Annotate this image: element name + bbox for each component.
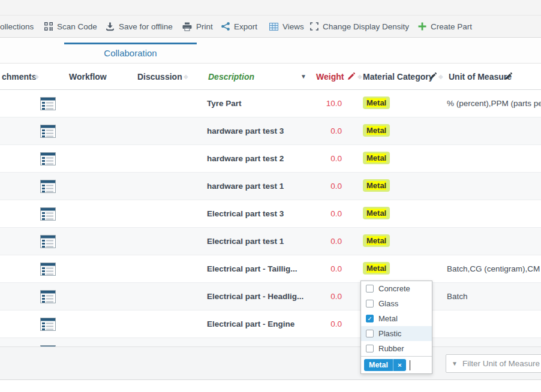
sort-icon[interactable]: ◆ [34, 64, 39, 90]
edit-pencil-icon[interactable] [347, 73, 355, 82]
dropdown-option-glass[interactable]: Glass [361, 296, 432, 311]
table-row[interactable]: Electrical part test 3 0.0 Metal [0, 200, 541, 228]
header-discussion[interactable]: Discussion [137, 64, 182, 90]
edit-pencil-icon[interactable] [504, 73, 512, 82]
workflow-form-icon[interactable] [40, 318, 56, 331]
toolbar-label: Print [196, 22, 213, 31]
uom-cell[interactable]: % (percent),PPM (parts per m [447, 90, 541, 117]
table-row[interactable]: Electrical part - Engine 0.0 [0, 310, 541, 338]
app-window: ollections Scan Code Save for offline Pr… [0, 0, 541, 392]
weight-cell[interactable]: 0.0 [288, 255, 342, 283]
qr-code-icon [44, 22, 53, 31]
toolbar-views-button[interactable]: Views [269, 16, 304, 37]
uom-cell[interactable]: Batch,CG (centigram),CM (ce [447, 255, 541, 283]
checkbox-checked-icon[interactable] [366, 315, 374, 322]
header-attachments[interactable]: chments [2, 64, 37, 90]
material-badge[interactable]: Metal [363, 207, 390, 219]
workflow-form-icon[interactable] [40, 207, 56, 221]
material-badge[interactable]: Metal [363, 152, 390, 164]
table-grid-icon [269, 23, 278, 31]
material-badge[interactable]: Metal [363, 97, 390, 109]
description-cell[interactable]: hardware part test 2 [207, 145, 284, 173]
description-cell[interactable]: hardware part test 3 [207, 117, 284, 145]
uom-filter-input[interactable]: ▼ Filter Unit of Measure [446, 354, 541, 373]
table-row[interactable]: Tyre Part 10.0 Metal % (percent),PPM (pa… [0, 90, 541, 117]
checkbox-unchecked-icon[interactable] [366, 300, 374, 307]
workflow-form-icon[interactable] [40, 263, 56, 276]
table-body: Tyre Part 10.0 Metal % (percent),PPM (pa… [0, 90, 541, 346]
toolbar-label: Export [234, 22, 257, 31]
description-cell[interactable]: hardware part test 1 [207, 173, 284, 200]
top-strip [0, 0, 541, 16]
material-badge[interactable]: Metal [363, 124, 390, 137]
toolbar-export-button[interactable]: Export [221, 16, 257, 37]
sort-icon[interactable]: ◆ [184, 64, 188, 90]
toolbar-label: ollections [0, 22, 34, 31]
toolbar-label: Change Display Density [323, 22, 409, 31]
material-badge[interactable]: Metal [363, 262, 390, 275]
dropdown-option-concrete[interactable]: Concrete [361, 281, 432, 296]
toolbar-label: Scan Code [57, 22, 97, 31]
material-badge[interactable]: Metal [363, 234, 390, 247]
workflow-form-icon[interactable] [40, 152, 56, 165]
weight-cell[interactable]: 0.0 [288, 283, 342, 310]
toolbar-change-density-button[interactable]: Change Display Density [310, 16, 409, 37]
table-row[interactable]: Electrical part - Headlig... 0.0 Batch [0, 283, 541, 310]
table-row[interactable]: Electrical part test 1 0.0 Metal [0, 228, 541, 255]
workflow-form-icon[interactable] [40, 290, 56, 303]
toolbar-create-part-button[interactable]: Create Part [418, 16, 472, 37]
material-badge[interactable]: Metal [363, 179, 390, 192]
description-cell[interactable]: Electrical part test 3 [207, 200, 284, 228]
printer-icon [182, 22, 192, 31]
table-row[interactable]: hardware part test 1 0.0 Metal [0, 173, 541, 200]
header-unit-of-measure[interactable]: Unit of Measure [449, 64, 512, 90]
download-icon [106, 22, 115, 31]
checkbox-unchecked-icon[interactable] [366, 285, 374, 293]
weight-cell[interactable]: 0.0 [288, 145, 342, 173]
dropdown-option-rubber[interactable]: Rubber [361, 341, 432, 356]
header-material-category[interactable]: Material Category [363, 64, 433, 90]
checkbox-unchecked-icon[interactable] [366, 330, 374, 337]
edit-pencil-icon[interactable] [429, 73, 437, 82]
table-row[interactable]: Electrical part - Taillig... 0.0 Metal B… [0, 255, 541, 283]
header-workflow[interactable]: Workflow [69, 64, 107, 90]
toolbar-collections-button[interactable]: ollections [0, 16, 34, 37]
workflow-form-icon[interactable] [40, 235, 56, 248]
dropdown-option-plastic[interactable]: Plastic [361, 326, 432, 341]
toolbar-label: Views [282, 22, 304, 31]
toolbar-scan-code-button[interactable]: Scan Code [44, 16, 97, 37]
material-tag-input[interactable]: Metal × [361, 356, 432, 373]
toolbar-print-button[interactable]: Print [182, 16, 213, 37]
weight-cell[interactable]: 0.0 [288, 310, 342, 338]
sort-icon[interactable]: ◆ [357, 64, 362, 90]
weight-cell[interactable]: 0.0 [288, 228, 342, 255]
workflow-form-icon[interactable] [40, 97, 56, 110]
remove-tag-button[interactable]: × [393, 359, 406, 371]
text-cursor [410, 360, 411, 370]
description-cell[interactable]: Electrical part test 1 [207, 228, 284, 255]
weight-cell[interactable]: 10.0 [288, 90, 342, 117]
workflow-form-icon[interactable] [40, 125, 56, 138]
description-cell[interactable]: Tyre Part [207, 90, 242, 117]
tab-collaboration[interactable]: Collaboration [64, 43, 197, 58]
chevron-down-icon[interactable]: ▼ [300, 64, 306, 90]
table-row[interactable]: hardware part test 3 0.0 Metal [0, 117, 541, 145]
header-weight[interactable]: Weight [316, 64, 344, 90]
description-cell[interactable]: Electrical part - Taillig... [207, 255, 297, 283]
selected-material-tag: Metal × [364, 359, 406, 371]
toolbar-save-offline-button[interactable]: Save for offline [106, 16, 173, 37]
table-header: chments ◆ Workflow Discussion ◆ Descript… [0, 64, 541, 90]
weight-cell[interactable]: 0.0 [288, 173, 342, 200]
table-row[interactable]: hardware part test 2 0.0 Metal [0, 145, 541, 173]
table-row-partial[interactable] [0, 338, 541, 346]
sort-icon[interactable]: ◆ [438, 64, 443, 90]
toolbar-label: Save for offline [119, 22, 173, 31]
weight-cell[interactable]: 0.0 [288, 117, 342, 145]
description-cell[interactable]: Electrical part - Engine [207, 310, 294, 338]
checkbox-unchecked-icon[interactable] [366, 345, 374, 352]
uom-cell[interactable]: Batch [447, 283, 468, 310]
header-description[interactable]: Description [208, 64, 254, 90]
weight-cell[interactable]: 0.0 [288, 200, 342, 228]
workflow-form-icon[interactable] [40, 180, 56, 193]
dropdown-option-metal[interactable]: Metal [361, 311, 432, 326]
